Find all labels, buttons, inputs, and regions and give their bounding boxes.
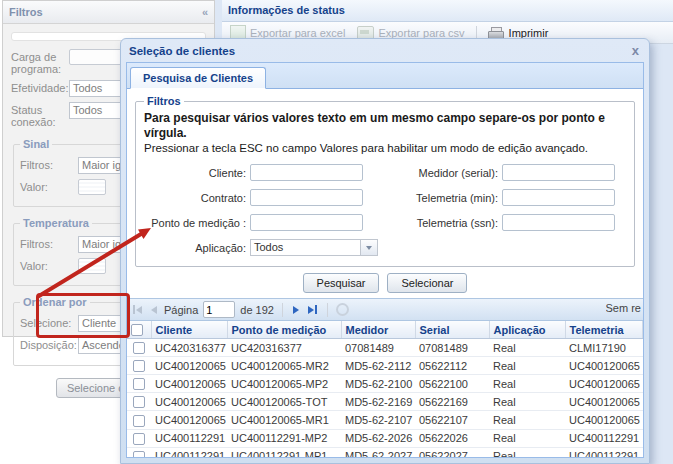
next-page-icon[interactable] — [291, 306, 301, 314]
table-row[interactable]: UC400120065UC400120065-MR1MD5-62-2107056… — [127, 411, 643, 429]
column-header-serial[interactable]: Serial — [415, 321, 489, 339]
dialog-title: Seleção de clientes — [129, 45, 235, 57]
tabstrip: Pesquisa de Clientes — [127, 63, 643, 89]
dialog-content: Filtros Para pesquisar vários valores te… — [127, 89, 643, 293]
table-cell: UC400120065 — [151, 375, 227, 393]
table-cell: 05622107 — [415, 411, 489, 429]
cliente-input[interactable] — [250, 164, 363, 181]
close-icon[interactable]: x — [630, 44, 641, 57]
client-selection-dialog: Seleção de clientes x Pesquisa de Client… — [120, 38, 650, 464]
medidor-serial-label: Medidor (serial): — [390, 167, 502, 179]
table-cell: 07081489 — [341, 339, 415, 357]
table-cell: UC400120065 — [151, 357, 227, 375]
medidor-serial-row: Medidor (serial): — [390, 162, 626, 183]
table-row[interactable]: UC420316377UC4203163770708148907081489Re… — [127, 339, 643, 357]
table-cell: 05622026 — [415, 429, 489, 447]
sinal-valor-input[interactable] — [78, 179, 106, 195]
column-header-medidor[interactable]: Medidor — [341, 321, 415, 339]
row-checkbox[interactable] — [133, 378, 145, 390]
temperatura-filtros-label: Filtros: — [20, 236, 78, 250]
refresh-icon[interactable] — [336, 303, 349, 316]
table-cell: UC400120065 — [565, 375, 643, 393]
contrato-label: Contrato: — [144, 192, 250, 204]
ponto-medicao-row: Ponto de medição : — [144, 212, 390, 233]
efetividade-label: Efetividade: — [11, 80, 69, 94]
table-cell: 07081489 — [415, 339, 489, 357]
table-cell: UC400120065 — [565, 411, 643, 429]
table-row[interactable]: UC400120065UC400120065-MR2MD5-62-2112056… — [127, 357, 643, 375]
select-all-checkbox[interactable] — [131, 324, 143, 336]
table-cell: Real — [489, 357, 565, 375]
row-checkbox[interactable] — [133, 342, 145, 354]
row-checkbox[interactable] — [133, 396, 145, 408]
row-checkbox[interactable] — [133, 433, 145, 445]
client-table-body: UC420316377UC4203163770708148907081489Re… — [127, 339, 643, 458]
dialog-body: Pesquisa de Clientes Filtros Para pesqui… — [126, 62, 644, 458]
clients-table: Cliente Ponto de medição Medidor Serial … — [127, 321, 643, 458]
table-cell: UC400120065-TOT — [227, 393, 341, 411]
aplicacao-value: Todos — [251, 240, 360, 255]
paging-separator — [327, 303, 328, 317]
aplicacao-select[interactable]: Todos — [250, 239, 378, 256]
table-cell: Real — [489, 447, 565, 458]
carga-programa-label: Carga de programa: — [11, 49, 69, 75]
collapse-panel-icon[interactable]: « — [202, 1, 208, 23]
select-button[interactable]: Selecionar — [387, 273, 467, 293]
cliente-label: Cliente: — [144, 167, 250, 179]
table-cell: UC400112291 — [151, 447, 227, 458]
table-cell: UC400112291-MP1 — [227, 447, 341, 458]
table-row[interactable]: UC400112291UC400112291-MP2MD5-62-2026056… — [127, 429, 643, 447]
column-header-aplicacao[interactable]: Aplicação — [489, 321, 565, 339]
sinal-valor-label: Valor: — [20, 179, 78, 193]
table-row[interactable]: UC400120065UC400120065-MP2MD5-62-2100056… — [127, 375, 643, 393]
search-button[interactable]: Pesquisar — [303, 273, 380, 293]
table-cell: Real — [489, 429, 565, 447]
column-header-ponto-de-medicao[interactable]: Ponto de medição — [227, 321, 341, 339]
telemetria-ssn-label: Telemetria (ssn): — [390, 217, 502, 229]
filters-legend: Filtros — [144, 95, 184, 107]
paging-toolbar: Página de 192 Sem re — [127, 298, 643, 321]
table-cell: MD5-62-2026 — [341, 429, 415, 447]
table-row[interactable]: UC400120065UC400120065-TOTMD5-62-2169056… — [127, 393, 643, 411]
ordenar-selecione-label: Selecione: — [20, 315, 78, 329]
first-page-icon[interactable] — [131, 305, 144, 314]
ponto-medicao-input[interactable] — [250, 214, 363, 231]
tab-pesquisa-de-clientes[interactable]: Pesquisa de Clientes — [130, 67, 266, 89]
prev-page-icon[interactable] — [149, 306, 159, 314]
row-checkbox[interactable] — [133, 360, 145, 372]
last-page-icon[interactable] — [306, 305, 319, 314]
telemetria-min-label: Telemetria (min): — [390, 192, 502, 204]
table-cell: UC400112291 — [151, 429, 227, 447]
table-cell: UC420316377 — [227, 339, 341, 357]
table-cell: UC400120065-MR2 — [227, 357, 341, 375]
column-header-cliente[interactable]: Cliente — [151, 321, 227, 339]
status-panel-header: Informações de status — [222, 0, 673, 22]
contrato-row: Contrato: — [144, 187, 390, 208]
row-checkbox[interactable] — [133, 451, 145, 458]
temperatura-legend: Temperatura — [20, 217, 92, 229]
aplicacao-row: Aplicação: Todos — [144, 237, 390, 258]
table-cell: MD5-62-2107 — [341, 411, 415, 429]
page-number-input[interactable] — [203, 301, 235, 318]
telemetria-min-input[interactable] — [502, 189, 615, 206]
table-cell: Real — [489, 411, 565, 429]
table-cell: MD5-62-2169 — [341, 393, 415, 411]
table-cell: UC400120065 — [151, 393, 227, 411]
dialog-header[interactable]: Seleção de clientes x — [126, 39, 644, 62]
medidor-serial-input[interactable] — [502, 164, 615, 181]
telemetria-ssn-input[interactable] — [502, 214, 615, 231]
column-header-telemetria[interactable]: Telemetria — [565, 321, 643, 339]
table-cell: UC400120065 — [151, 411, 227, 429]
table-cell: Real — [489, 393, 565, 411]
row-checkbox[interactable] — [133, 415, 145, 427]
temperatura-valor-label: Valor: — [20, 258, 78, 272]
filters-panel-header: Filtros « — [3, 1, 214, 24]
chevron-down-icon[interactable] — [360, 240, 377, 255]
page-label: Página — [164, 304, 198, 316]
temperatura-valor-input[interactable] — [78, 258, 106, 274]
contrato-input[interactable] — [250, 189, 363, 206]
ordenar-disposicao-label: Disposição: — [20, 337, 78, 351]
table-row[interactable]: UC400112291UC400112291-MP1MD5-62-2027056… — [127, 447, 643, 458]
table-cell: Real — [489, 339, 565, 357]
table-cell: UC400120065 — [565, 393, 643, 411]
